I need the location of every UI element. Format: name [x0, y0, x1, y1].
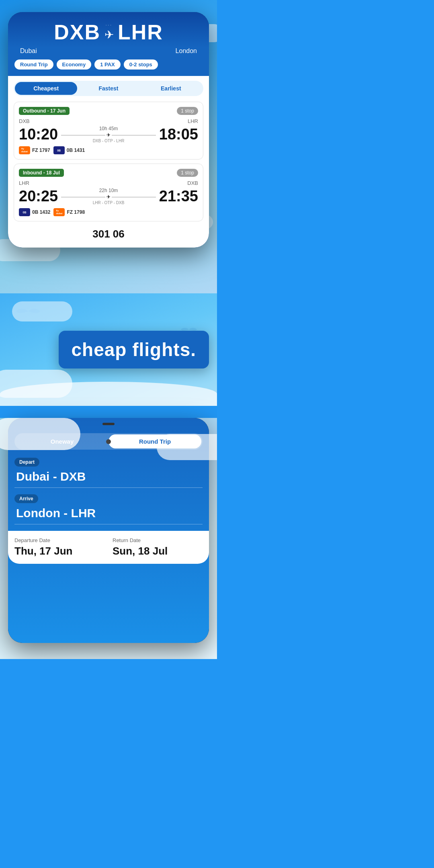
outbound-card[interactable]: Outbound - 17 Jun 1 stop DXB LHR 10:20 1…: [14, 102, 203, 160]
outbound-duration: 10h 45m: [61, 126, 156, 131]
outbound-depart-time: 10:20: [19, 126, 58, 143]
return-date-label: Return Date: [113, 537, 203, 543]
dest-code: LHR: [118, 20, 163, 44]
arrive-label: Arrive: [14, 494, 38, 503]
toggle-roundtrip[interactable]: Round Trip: [108, 434, 201, 448]
tab-earliest[interactable]: Earliest: [140, 82, 202, 95]
outbound-arrive-time: 18:05: [159, 126, 198, 143]
cabin-tag[interactable]: Economy: [57, 59, 92, 70]
outbound-airline-1: flydubai FZ 1797: [19, 146, 50, 154]
stops-tag[interactable]: 0-2 stops: [124, 59, 158, 70]
arrive-divider: [14, 524, 203, 524]
airline-badge-fzdubai: flydubai: [19, 146, 30, 154]
inbound-to-code: DXB: [187, 180, 198, 186]
pax-tag[interactable]: 1 PAX: [94, 59, 121, 70]
depart-value: Dubai - DXB: [14, 470, 203, 483]
form-section: Depart Dubai - DXB Arrive London - LHR: [8, 458, 209, 524]
outbound-time-row: 10:20 10h 45m ✈ DXB - OTP - LHR 18:05: [19, 126, 198, 143]
arrive-field[interactable]: Arrive London - LHR: [14, 494, 203, 524]
sort-tabs: Cheapest Fastest Earliest: [14, 81, 203, 96]
cloud-left: [0, 370, 72, 398]
departure-date-col[interactable]: Departure Date Thu, 17 Jun: [14, 537, 104, 557]
inbound-header: Inbound - 18 Jul 1 stop: [19, 169, 198, 177]
bottom-section: Oneway Round Trip Depart Dubai - DXB Arr…: [0, 418, 217, 659]
depart-field[interactable]: Depart Dubai - DXB: [14, 458, 203, 488]
airport-names: Dubai London: [8, 47, 209, 59]
inbound-airline-1: 0B 0B 1432: [19, 208, 50, 216]
outbound-route-codes: DXB LHR: [19, 118, 198, 124]
cheap-flights-box: cheap flights.: [59, 331, 209, 369]
depart-label: Depart: [14, 458, 39, 467]
inbound-route-middle: 22h 10m ✈ LHR - OTP - DXB: [58, 188, 159, 205]
inbound-flight-num-1: 0B 1432: [32, 209, 50, 215]
phone-screen: DXB ··· ✈ LHR Dubai London Round Trip Ec…: [8, 12, 209, 248]
origin-name: Dubai: [20, 47, 37, 55]
outbound-stop-badge: 1 stop: [177, 107, 198, 115]
inbound-time-row: 20:25 22h 10m ✈ LHR - OTP - DXB 21:35: [19, 188, 198, 205]
dest-name: London: [176, 47, 197, 55]
airline-badge-0b2: 0B: [19, 208, 30, 216]
toggle-oneway[interactable]: Oneway: [16, 434, 108, 448]
airline-badge-0b: 0B: [53, 146, 65, 154]
cloud-top-left: [12, 301, 72, 321]
toggle-dot: [106, 439, 111, 444]
outbound-route-line: ✈: [61, 132, 156, 138]
date-section: Departure Date Thu, 17 Jun Return Date S…: [8, 531, 209, 564]
tab-fastest[interactable]: Fastest: [77, 82, 139, 95]
inbound-duration: 22h 10m: [61, 188, 156, 193]
price-preview: 301 06: [14, 225, 203, 243]
departure-date-value: Thu, 17 Jun: [14, 545, 104, 557]
inbound-airline-2: flydubai FZ 1798: [53, 208, 85, 216]
outbound-to-code: LHR: [188, 118, 198, 124]
filter-tags: Round Trip Economy 1 PAX 0-2 stops: [8, 59, 209, 76]
departure-date-label: Departure Date: [14, 537, 104, 543]
outbound-from-code: DXB: [19, 118, 30, 124]
inbound-stop-badge: 1 stop: [177, 169, 198, 177]
date-row: Departure Date Thu, 17 Jun Return Date S…: [14, 537, 203, 557]
trip-type-tag[interactable]: Round Trip: [14, 59, 53, 70]
inbound-route-via: LHR - OTP - DXB: [61, 201, 156, 205]
inbound-airlines: 0B 0B 1432 flydubai FZ 1798: [19, 208, 198, 216]
return-date-value: Sun, 18 Jul: [113, 545, 203, 557]
inbound-flight-num-2: FZ 1798: [67, 209, 85, 215]
return-date-col[interactable]: Return Date Sun, 18 Jul: [113, 537, 203, 557]
origin-code: DXB: [54, 20, 100, 44]
airline-badge-fzdubai2: flydubai: [53, 208, 65, 216]
inbound-route-line: ✈: [61, 194, 156, 200]
inbound-route-codes: LHR DXB: [19, 180, 198, 186]
airports-row: DXB ··· ✈ LHR: [8, 12, 209, 47]
outbound-badge: Outbound - 17 Jun: [19, 107, 70, 115]
inbound-depart-time: 20:25: [19, 188, 58, 205]
bat-icon-2: [181, 326, 197, 335]
inbound-badge: Inbound - 18 Jul: [19, 169, 64, 177]
outbound-route-middle: 10h 45m ✈ DXB - OTP - LHR: [58, 126, 159, 143]
top-section: DXB ··· ✈ LHR Dubai London Round Trip Ec…: [0, 0, 217, 293]
outbound-header: Outbound - 17 Jun 1 stop: [19, 107, 198, 115]
trip-toggle: Oneway Round Trip: [14, 433, 203, 450]
outbound-flight-num-2: 0B 1431: [67, 147, 85, 153]
top-phone: DXB ··· ✈ LHR Dubai London Round Trip Ec…: [8, 12, 209, 248]
outbound-airline-2: 0B 0B 1431: [53, 146, 85, 154]
content-area: Cheapest Fastest Earliest Outbound - 17 …: [8, 76, 209, 248]
inbound-card[interactable]: Inbound - 18 Jul 1 stop LHR DXB 20:25 22…: [14, 164, 203, 221]
plane-icon: ··· ✈: [104, 23, 114, 41]
arrive-value: London - LHR: [14, 506, 203, 520]
outbound-flight-num-1: FZ 1797: [32, 147, 50, 153]
outbound-route-via: DXB - OTP - LHR: [61, 139, 156, 143]
depart-divider: [14, 487, 203, 488]
inbound-from-code: LHR: [19, 180, 29, 186]
inbound-arrive-time: 21:35: [159, 188, 198, 205]
middle-section: cheap flights.: [0, 293, 217, 406]
tab-cheapest[interactable]: Cheapest: [15, 82, 77, 95]
tagline-text: cheap flights.: [72, 340, 196, 360]
notch: [102, 423, 115, 425]
outbound-airlines: flydubai FZ 1797 0B 0B 1431: [19, 146, 198, 154]
